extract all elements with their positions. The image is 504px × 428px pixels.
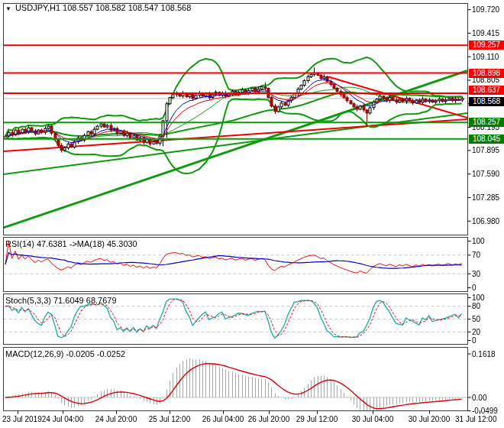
chart-canvas[interactable] [0,0,504,428]
terminal-chart-window: ▼USDJPY,H1 108.557 108.582 108.547 108.5… [0,0,504,428]
chart-title: ▼USDJPY,H1 108.557 108.582 108.547 108.5… [5,3,191,12]
symbol-dropdown-icon[interactable]: ▼ [5,5,11,12]
chart-title-text: USDJPY,H1 108.557 108.582 108.547 108.56… [15,3,191,12]
